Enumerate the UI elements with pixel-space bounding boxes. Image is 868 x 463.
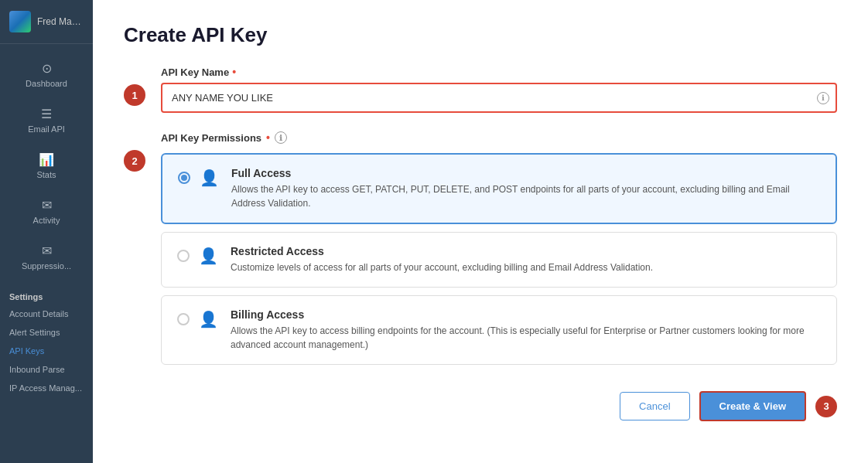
restricted-access-title: Restricted Access xyxy=(231,245,653,257)
step3-badge: 3 xyxy=(815,396,837,417)
permissions-info-icon[interactable]: ℹ xyxy=(275,131,287,144)
name-info-icon[interactable]: ℹ xyxy=(817,92,829,104)
sidebar-nav: ⊙ Dashboard ☰ Email API 📊 Stats ✉ Activi… xyxy=(0,44,93,463)
step1-badge: 1 xyxy=(124,84,145,106)
sidebar-item-email-api[interactable]: ☰ Email API xyxy=(0,97,93,143)
api-key-name-wrapper: ℹ xyxy=(161,83,837,113)
sidebar-item-stats[interactable]: 📊 Stats xyxy=(0,143,93,189)
restricted-access-card[interactable]: 👤 Restricted Access Customize levels of … xyxy=(161,232,837,288)
sidebar-item-api-keys[interactable]: API Keys xyxy=(0,342,93,360)
sidebar-item-label: Dashboard xyxy=(26,79,67,88)
billing-access-content: Billing Access Allows the API key to acc… xyxy=(231,308,821,352)
billing-access-radio-col: 👤 xyxy=(177,308,218,329)
stats-icon: 📊 xyxy=(39,152,54,167)
cancel-button[interactable]: Cancel xyxy=(620,392,689,420)
full-access-icon: 👤 xyxy=(200,169,219,187)
sidebar-item-dashboard[interactable]: ⊙ Dashboard xyxy=(0,52,93,97)
action-bar: Cancel Create & View 3 xyxy=(124,391,837,421)
permissions-section: API Key Permissions • ℹ 👤 Full Access Al… xyxy=(161,131,837,373)
sidebar-item-label: Suppressio... xyxy=(22,261,71,271)
billing-access-title: Billing Access xyxy=(231,308,821,321)
sidebar: Fred Marks ⊙ Dashboard ☰ Email API 📊 Sta… xyxy=(0,0,93,463)
sidebar-item-account-details[interactable]: Account Details xyxy=(0,305,93,323)
api-key-name-label: API Key Name • xyxy=(161,66,837,78)
full-access-desc: Allows the API key to access GET, PATCH,… xyxy=(231,182,820,210)
permissions-required: • xyxy=(266,131,270,144)
restricted-access-content: Restricted Access Customize levels of ac… xyxy=(231,245,653,274)
step2-badge: 2 xyxy=(124,150,145,172)
restricted-access-radio[interactable] xyxy=(177,250,190,262)
full-access-title: Full Access xyxy=(231,167,820,179)
sidebar-item-label: Stats xyxy=(36,170,56,179)
billing-access-icon: 👤 xyxy=(199,310,218,329)
required-indicator: • xyxy=(232,66,236,78)
step1-section: 1 API Key Name • ℹ xyxy=(124,66,837,113)
permissions-label: API Key Permissions • ℹ xyxy=(161,131,837,144)
page-title: Create API Key xyxy=(124,23,837,47)
step2-section: 2 API Key Permissions • ℹ 👤 Full Access … xyxy=(124,131,837,373)
suppression-icon: ✉ xyxy=(42,243,52,258)
billing-access-desc: Allows the API key to access billing end… xyxy=(231,324,821,352)
sidebar-item-inbound-parse[interactable]: Inbound Parse xyxy=(0,360,93,379)
dashboard-icon: ⊙ xyxy=(42,61,52,76)
sidebar-item-label: Activity xyxy=(33,216,60,225)
billing-access-card[interactable]: 👤 Billing Access Allows the API key to a… xyxy=(161,295,837,365)
sidebar-item-alert-settings[interactable]: Alert Settings xyxy=(0,323,93,342)
sidebar-item-ip-access[interactable]: IP Access Manag... xyxy=(0,379,93,397)
email-api-icon: ☰ xyxy=(41,107,52,121)
api-key-name-input[interactable] xyxy=(161,83,837,113)
settings-section-label: Settings xyxy=(0,280,93,305)
full-access-content: Full Access Allows the API key to access… xyxy=(231,167,820,210)
user-name: Fred Marks xyxy=(37,16,84,27)
sidebar-item-label: Email API xyxy=(28,124,65,134)
restricted-access-icon: 👤 xyxy=(199,247,218,265)
restricted-access-desc: Customize levels of access for all parts… xyxy=(231,260,653,274)
full-access-radio[interactable] xyxy=(178,172,190,184)
create-view-button[interactable]: Create & View xyxy=(699,391,806,421)
sidebar-item-activity[interactable]: ✉ Activity xyxy=(0,189,93,234)
sidebar-item-suppression[interactable]: ✉ Suppressio... xyxy=(0,234,93,280)
restricted-access-radio-col: 👤 xyxy=(177,245,218,265)
billing-access-radio[interactable] xyxy=(177,313,190,325)
full-access-card[interactable]: 👤 Full Access Allows the API key to acce… xyxy=(161,153,837,224)
full-access-radio-col: 👤 xyxy=(178,167,219,187)
api-key-name-section: API Key Name • ℹ xyxy=(161,66,837,113)
sidebar-header: Fred Marks xyxy=(0,0,93,44)
activity-icon: ✉ xyxy=(42,198,52,213)
app-logo xyxy=(9,11,31,32)
main-content: Create API Key 1 API Key Name • ℹ 2 API … xyxy=(93,0,868,463)
